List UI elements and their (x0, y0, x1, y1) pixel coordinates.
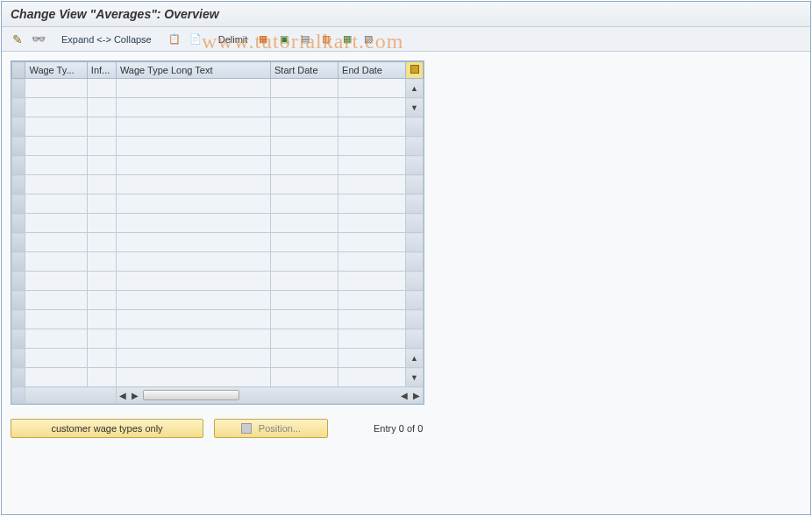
cell[interactable] (25, 98, 87, 117)
cell[interactable] (271, 175, 338, 194)
row-selector[interactable] (12, 137, 25, 156)
cell[interactable] (116, 137, 270, 156)
cell[interactable] (116, 368, 270, 387)
cell[interactable] (87, 252, 116, 272)
cell[interactable] (25, 175, 87, 194)
row-selector[interactable] (12, 156, 25, 175)
cell[interactable] (25, 233, 87, 252)
cell[interactable] (25, 79, 87, 98)
toolbar-icon-1[interactable]: ▦ (254, 31, 272, 48)
cell[interactable] (338, 233, 406, 252)
cell[interactable] (338, 79, 406, 98)
hscroll-left-button-2[interactable]: ▶ (129, 388, 141, 402)
cell[interactable] (25, 349, 87, 368)
cell[interactable] (116, 252, 270, 272)
cell[interactable] (116, 117, 270, 137)
row-selector[interactable] (12, 349, 25, 368)
cell[interactable] (25, 252, 87, 272)
toolbar-icon-4[interactable]: ▥ (317, 31, 335, 48)
cell[interactable] (271, 310, 338, 329)
row-selector[interactable] (12, 252, 25, 272)
cell[interactable] (271, 252, 338, 272)
edit-icon[interactable]: ✎ (9, 31, 26, 48)
vscroll-down-button-2[interactable]: ▼ (406, 371, 423, 384)
row-selector[interactable] (12, 175, 25, 194)
row-selector[interactable] (12, 214, 25, 233)
cell[interactable] (338, 291, 406, 310)
cell[interactable] (271, 117, 338, 137)
cell[interactable] (338, 349, 406, 368)
cell[interactable] (271, 233, 338, 252)
cell[interactable] (338, 137, 406, 156)
hscroll-thumb[interactable] (143, 390, 239, 400)
cell[interactable] (338, 214, 406, 233)
cell[interactable] (116, 291, 270, 310)
hscroll-right-button-2[interactable]: ◀ (398, 388, 410, 402)
display-icon[interactable]: 👓 (30, 31, 47, 48)
cell[interactable] (116, 233, 270, 252)
cell[interactable] (271, 156, 338, 175)
cell[interactable] (271, 329, 338, 349)
cell[interactable] (25, 272, 87, 291)
cell[interactable] (116, 349, 270, 368)
cell[interactable] (87, 175, 116, 194)
cell[interactable] (271, 79, 338, 98)
row-selector[interactable] (12, 98, 25, 117)
cell[interactable] (271, 272, 338, 291)
cell[interactable] (116, 98, 270, 117)
expand-collapse-button[interactable]: Expand <-> Collapse (58, 34, 155, 45)
cell[interactable] (87, 214, 116, 233)
cell[interactable] (25, 329, 87, 349)
table-settings-icon[interactable] (406, 62, 424, 79)
row-selector[interactable] (12, 233, 25, 252)
cell[interactable] (271, 194, 338, 214)
col-header-wage-type[interactable]: Wage Ty... (25, 62, 87, 79)
cell[interactable] (87, 156, 116, 175)
cell[interactable] (87, 98, 116, 117)
cell[interactable] (271, 214, 338, 233)
cell[interactable] (87, 310, 116, 329)
cell[interactable] (116, 156, 270, 175)
toolbar-icon-5[interactable]: ▦ (338, 31, 356, 48)
position-button[interactable]: Position... (214, 419, 328, 438)
cell[interactable] (87, 117, 116, 137)
cell[interactable] (87, 233, 116, 252)
row-selector[interactable] (12, 368, 25, 387)
cell[interactable] (87, 272, 116, 291)
row-selector[interactable] (12, 194, 25, 214)
cell[interactable] (25, 117, 87, 137)
col-header-inf[interactable]: Inf... (87, 62, 116, 79)
cell[interactable] (271, 349, 338, 368)
customer-wage-types-button[interactable]: customer wage types only (11, 419, 203, 438)
cell[interactable] (87, 291, 116, 310)
cell[interactable] (338, 252, 406, 272)
col-header-start-date[interactable]: Start Date (271, 62, 338, 79)
row-selector[interactable] (12, 291, 25, 310)
cell[interactable] (338, 368, 406, 387)
cell[interactable] (87, 137, 116, 156)
col-header-long-text[interactable]: Wage Type Long Text (116, 62, 270, 79)
cell[interactable] (338, 98, 406, 117)
row-selector[interactable] (12, 329, 25, 349)
cell[interactable] (271, 98, 338, 117)
cell[interactable] (338, 272, 406, 291)
cell[interactable] (87, 368, 116, 387)
hscroll-left-button[interactable]: ◀ (117, 388, 129, 402)
select-all-header[interactable] (12, 62, 25, 79)
cell[interactable] (87, 79, 116, 98)
cell[interactable] (116, 272, 270, 291)
cell[interactable] (25, 214, 87, 233)
copy-icon[interactable]: 📋 (166, 31, 183, 48)
hscroll-right-button[interactable]: ▶ (410, 388, 423, 402)
row-selector[interactable] (12, 272, 25, 291)
row-selector[interactable] (12, 79, 25, 98)
vscroll-up-button-2[interactable]: ▲ (406, 352, 423, 364)
vscroll-down-button[interactable]: ▼ (406, 102, 423, 114)
cell[interactable] (25, 137, 87, 156)
cell[interactable] (25, 194, 87, 214)
cell[interactable] (338, 175, 406, 194)
toolbar-icon-3[interactable]: ▤ (296, 31, 314, 48)
cell[interactable] (25, 156, 87, 175)
row-selector[interactable] (12, 117, 25, 137)
cell[interactable] (271, 291, 338, 310)
